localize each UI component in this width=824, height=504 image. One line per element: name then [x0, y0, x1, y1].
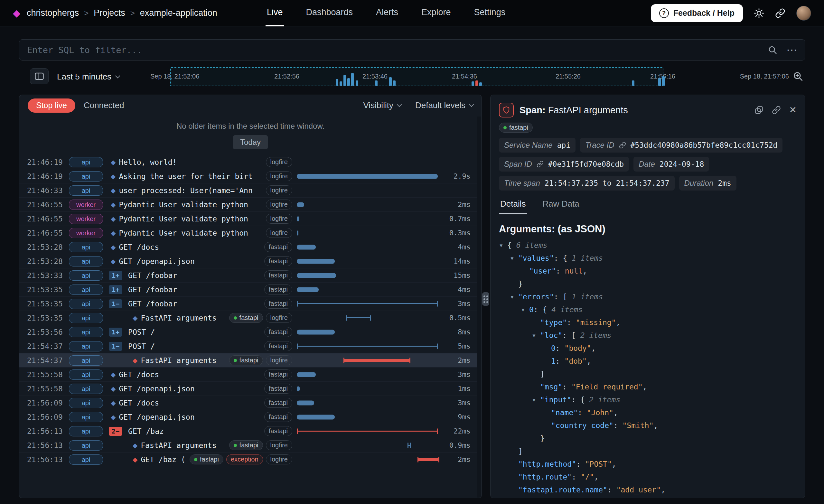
child-count-badge[interactable]: 2− [109, 427, 122, 436]
duration-bar[interactable] [297, 287, 319, 292]
trace-row[interactable]: 21:56:13api2−GET /bazfastapi22ms [19, 424, 477, 438]
service-tag[interactable]: api [69, 355, 103, 366]
link-icon[interactable] [536, 161, 544, 168]
service-tag[interactable]: api [69, 256, 103, 267]
service-tag[interactable]: api [69, 412, 103, 422]
service-tag[interactable]: api [69, 398, 103, 408]
service-tag[interactable]: api [69, 313, 103, 323]
filter-menu-icon[interactable]: ⋯ [786, 44, 797, 56]
service-tag[interactable]: worker [69, 228, 103, 238]
service-tag[interactable]: worker [69, 214, 103, 224]
duration-bar[interactable] [297, 230, 298, 235]
expand-caret-icon[interactable]: ▾ [499, 239, 507, 252]
service-tag[interactable]: api [69, 327, 103, 337]
trace-row[interactable]: 21:53:35api1+GET /foobarfastapi4ms [19, 282, 477, 296]
tab-settings[interactable]: Settings [473, 0, 507, 26]
search-icon[interactable] [768, 45, 777, 55]
service-tag[interactable]: api [69, 185, 103, 196]
service-tag[interactable]: api [69, 285, 103, 295]
child-count-badge[interactable]: 1− [109, 299, 122, 308]
feedback-help-button[interactable]: ? Feedback / Help [651, 4, 743, 22]
service-tag[interactable]: api [69, 455, 103, 465]
trace-row[interactable]: 21:53:28api◆GET /openapi.jsonfastapi14ms [19, 254, 477, 268]
trace-row[interactable]: 21:55:58api◆GET /docsfastapi3ms [19, 367, 477, 381]
tab-live[interactable]: Live [266, 0, 284, 26]
trace-row[interactable]: 21:53:35api◆FastAPI argumentsfastapilogf… [19, 311, 477, 325]
duration-bar[interactable] [297, 216, 299, 221]
tab-raw-data[interactable]: Raw Data [541, 195, 580, 214]
timeline-histogram-bar[interactable] [351, 73, 354, 86]
open-in-panel-icon[interactable] [754, 106, 763, 115]
duration-bar[interactable] [297, 259, 335, 264]
trace-row[interactable]: 21:53:56api1+POST /fastapi8ms [19, 325, 477, 339]
timeline-histogram-bar[interactable] [476, 81, 478, 86]
duration-bar[interactable] [297, 400, 314, 405]
breadcrumb-item[interactable]: example-application [140, 8, 217, 18]
timeline-histogram-bar[interactable] [375, 81, 378, 86]
duration-bar[interactable] [417, 457, 439, 462]
close-icon[interactable]: ✕ [789, 106, 797, 115]
service-tag[interactable]: api [69, 384, 103, 394]
expand-caret-icon[interactable]: ▾ [510, 252, 518, 265]
tab-alerts[interactable]: Alerts [375, 0, 399, 26]
timeline-selection[interactable] [170, 67, 663, 86]
child-count-badge[interactable]: 1+ [109, 271, 122, 280]
timeline-histogram-bar[interactable] [658, 78, 661, 86]
trace-row[interactable]: 21:46:19api◆Hello, world!logfire [19, 155, 477, 169]
timeline-histogram-bar[interactable] [472, 81, 474, 86]
duration-bar[interactable] [297, 329, 335, 334]
timeline-histogram-bar[interactable] [632, 81, 634, 86]
service-tag[interactable]: worker [69, 200, 103, 210]
expand-caret-icon[interactable]: ▾ [510, 290, 518, 303]
child-count-badge[interactable]: 1+ [109, 285, 122, 294]
duration-bar[interactable] [297, 273, 336, 278]
tab-details[interactable]: Details [499, 195, 527, 214]
copy-link-icon[interactable] [772, 106, 781, 115]
trace-row[interactable]: 21:46:55worker◆Pydantic User validate_py… [19, 197, 477, 211]
trace-row[interactable]: 21:54:37api◆FastAPI argumentsfastapilogf… [19, 353, 477, 367]
tab-explore[interactable]: Explore [420, 0, 452, 26]
duration-bar[interactable] [346, 315, 371, 320]
link-icon[interactable] [619, 141, 626, 149]
duration-bar[interactable] [297, 174, 438, 179]
timeline-histogram-bar[interactable] [393, 81, 396, 86]
theme-toggle-icon[interactable] [754, 8, 764, 18]
trace-row[interactable]: 21:46:55worker◆Pydantic User validate_py… [19, 226, 477, 240]
logfire-logo-icon[interactable]: ◆ [13, 8, 20, 18]
trace-row[interactable]: 21:46:33api◆user processed: User(name='A… [19, 183, 477, 197]
service-tag[interactable]: api [69, 426, 103, 436]
service-tag[interactable]: api [69, 157, 103, 167]
trace-row[interactable]: 21:53:28api◆GET /docsfastapi4ms [19, 240, 477, 254]
trace-row[interactable]: 21:56:09api◆GET /docsfastapi3ms [19, 396, 477, 410]
duration-bar[interactable] [297, 428, 438, 434]
sql-filter-bar[interactable]: Enter SQL to filter... ⋯ [19, 39, 805, 61]
duration-bar[interactable] [297, 414, 335, 419]
timeline-histogram-bar[interactable] [662, 76, 665, 86]
duration-bar[interactable] [297, 202, 304, 207]
service-tag[interactable]: api [69, 171, 103, 182]
timeline-histogram-bar[interactable] [389, 77, 392, 86]
service-tag[interactable]: api [69, 242, 103, 252]
child-count-badge[interactable]: 1− [109, 342, 122, 351]
timeline-histogram-bar[interactable] [343, 75, 346, 86]
default-levels-dropdown[interactable]: Default levels [415, 100, 473, 110]
child-count-badge[interactable]: 1+ [109, 328, 122, 337]
breadcrumb-item[interactable]: Projects [94, 8, 125, 18]
timeline-histogram-bar[interactable] [347, 78, 350, 86]
duration-bar[interactable] [408, 442, 411, 448]
trace-row[interactable]: 21:56:13api◆FastAPI argumentsfastapilogf… [19, 438, 477, 452]
timeline-histogram-bar[interactable] [479, 82, 482, 86]
today-button[interactable]: Today [233, 135, 268, 149]
time-range-selector[interactable]: Last 5 minutes [57, 70, 119, 84]
duration-bar[interactable] [297, 372, 316, 377]
service-tag[interactable]: api [69, 270, 103, 281]
trace-row[interactable]: 21:46:19api◆Asking the user for their bi… [19, 169, 477, 183]
duration-bar[interactable] [343, 358, 410, 363]
sidebar-toggle-button[interactable] [30, 68, 48, 84]
panel-resize-handle[interactable] [482, 292, 489, 306]
expand-caret-icon[interactable]: ▾ [532, 329, 540, 342]
timeline-histogram-bar[interactable] [336, 79, 338, 86]
trace-row[interactable]: 21:56:09api◆GET /openapi.jsonfastapi9ms [19, 410, 477, 424]
duration-bar[interactable] [297, 386, 300, 391]
timeline[interactable]: Sep 18, 21:52:0621:52:5621:53:4621:54:36… [148, 66, 792, 87]
